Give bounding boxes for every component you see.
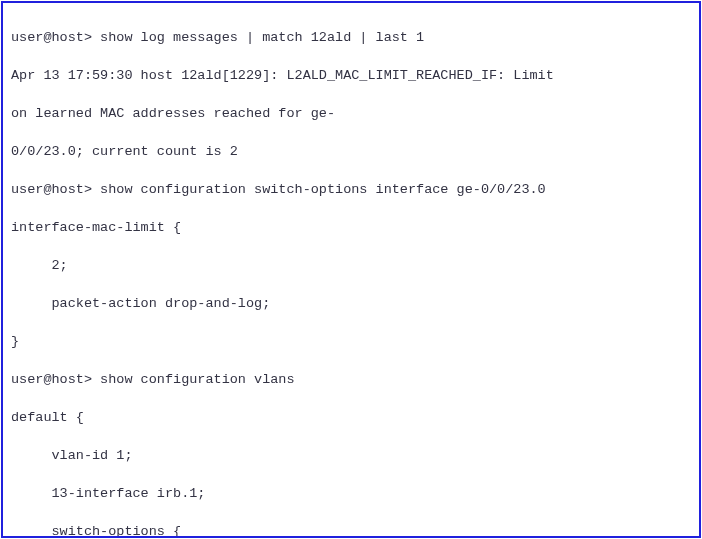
terminal-line: user@host> show configuration vlans: [11, 370, 691, 389]
terminal-line: 2;: [11, 256, 691, 275]
terminal-line: Apr 13 17:59:30 host 12ald[1229]: L2ALD_…: [11, 66, 691, 85]
terminal-output: user@host> show log messages | match 12a…: [1, 1, 701, 538]
terminal-line: vlan-id 1;: [11, 446, 691, 465]
terminal-line: switch-options {: [11, 522, 691, 538]
terminal-line: packet-action drop-and-log;: [11, 294, 691, 313]
terminal-line: 13-interface irb.1;: [11, 484, 691, 503]
terminal-line: interface-mac-limit {: [11, 218, 691, 237]
terminal-line: 0/0/23.0; current count is 2: [11, 142, 691, 161]
terminal-line: }: [11, 332, 691, 351]
terminal-line: on learned MAC addresses reached for ge-: [11, 104, 691, 123]
terminal-line: user@host> show configuration switch-opt…: [11, 180, 691, 199]
terminal-line: default {: [11, 408, 691, 427]
terminal-line: user@host> show log messages | match 12a…: [11, 28, 691, 47]
